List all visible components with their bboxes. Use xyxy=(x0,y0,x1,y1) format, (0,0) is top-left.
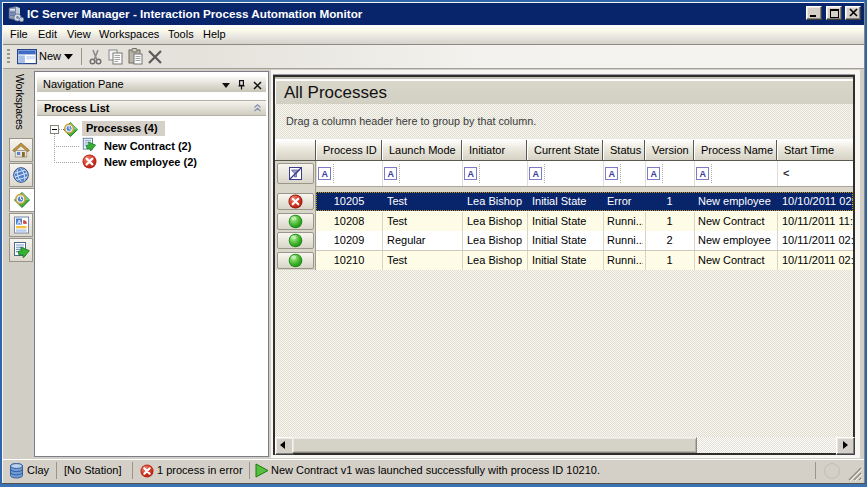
svg-text:A: A xyxy=(17,219,22,225)
svg-text:A: A xyxy=(532,169,539,179)
svg-text:A: A xyxy=(467,169,474,179)
svg-text:A: A xyxy=(608,169,615,179)
svg-text:A: A xyxy=(699,169,706,179)
svg-text:A: A xyxy=(650,169,657,179)
svg-text:A: A xyxy=(321,169,328,179)
svg-text:A: A xyxy=(387,169,394,179)
